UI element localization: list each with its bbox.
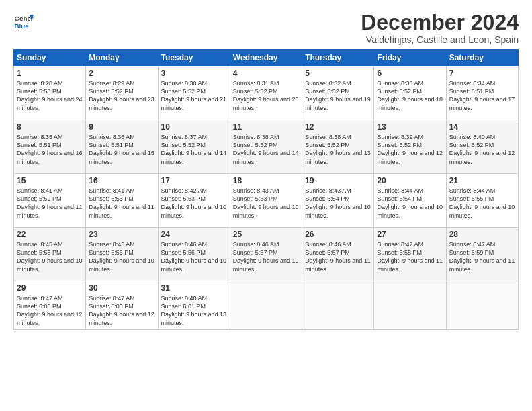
- calendar-table: Sunday Monday Tuesday Wednesday Thursday…: [13, 49, 519, 330]
- svg-text:Blue: Blue: [15, 22, 30, 30]
- table-row: 21Sunrise: 8:44 AMSunset: 5:55 PMDayligh…: [446, 174, 518, 228]
- table-row: 8Sunrise: 8:35 AMSunset: 5:51 PMDaylight…: [14, 120, 86, 174]
- cell-info: Sunrise: 8:32 AMSunset: 5:52 PMDaylight:…: [305, 80, 371, 111]
- table-row: 19Sunrise: 8:43 AMSunset: 5:54 PMDayligh…: [302, 174, 374, 228]
- col-monday: Monday: [86, 50, 158, 66]
- day-number: 14: [449, 122, 515, 132]
- cell-info: Sunrise: 8:46 AMSunset: 5:57 PMDaylight:…: [233, 241, 299, 272]
- day-number: 5: [305, 68, 371, 78]
- cell-info: Sunrise: 8:47 AMSunset: 6:00 PMDaylight:…: [17, 295, 83, 326]
- day-number: 7: [449, 68, 515, 78]
- cell-info: Sunrise: 8:42 AMSunset: 5:53 PMDaylight:…: [161, 187, 227, 218]
- table-row: 1Sunrise: 8:28 AMSunset: 5:53 PMDaylight…: [14, 66, 86, 120]
- day-number: 16: [89, 176, 154, 185]
- table-row: 4Sunrise: 8:31 AMSunset: 5:52 PMDaylight…: [230, 66, 302, 120]
- day-number: 28: [449, 230, 515, 239]
- day-number: 31: [161, 283, 227, 293]
- col-thursday: Thursday: [302, 50, 374, 66]
- col-friday: Friday: [374, 50, 446, 66]
- day-number: 4: [233, 68, 299, 78]
- table-row: 13Sunrise: 8:39 AMSunset: 5:52 PMDayligh…: [374, 120, 446, 174]
- table-row: 27Sunrise: 8:47 AMSunset: 5:58 PMDayligh…: [374, 228, 446, 281]
- table-row: 25Sunrise: 8:46 AMSunset: 5:57 PMDayligh…: [230, 228, 302, 281]
- cell-info: Sunrise: 8:43 AMSunset: 5:53 PMDaylight:…: [233, 187, 299, 218]
- cell-info: Sunrise: 8:34 AMSunset: 5:51 PMDaylight:…: [449, 80, 515, 111]
- day-number: 1: [17, 68, 83, 78]
- day-number: 30: [89, 283, 154, 293]
- table-row: 30Sunrise: 8:47 AMSunset: 6:00 PMDayligh…: [86, 281, 158, 330]
- cell-info: Sunrise: 8:36 AMSunset: 5:51 PMDaylight:…: [89, 134, 154, 165]
- day-number: 22: [17, 230, 83, 239]
- table-row: 11Sunrise: 8:38 AMSunset: 5:52 PMDayligh…: [230, 120, 302, 174]
- table-row: [374, 281, 446, 330]
- cell-info: Sunrise: 8:44 AMSunset: 5:55 PMDaylight:…: [449, 187, 515, 218]
- table-row: 31Sunrise: 8:48 AMSunset: 6:01 PMDayligh…: [158, 281, 230, 330]
- table-row: [446, 281, 518, 330]
- day-number: 29: [17, 283, 83, 293]
- day-number: 2: [89, 68, 154, 78]
- table-row: 26Sunrise: 8:46 AMSunset: 5:57 PMDayligh…: [302, 228, 374, 281]
- table-row: 20Sunrise: 8:44 AMSunset: 5:54 PMDayligh…: [374, 174, 446, 228]
- header: General Blue December 2024 Valdefinjas, …: [13, 11, 519, 45]
- day-number: 27: [377, 230, 443, 239]
- day-number: 10: [161, 122, 227, 132]
- cell-info: Sunrise: 8:35 AMSunset: 5:51 PMDaylight:…: [17, 134, 83, 165]
- day-number: 8: [17, 122, 83, 132]
- table-row: 29Sunrise: 8:47 AMSunset: 6:00 PMDayligh…: [14, 281, 86, 330]
- header-row: Sunday Monday Tuesday Wednesday Thursday…: [14, 50, 519, 66]
- day-number: 11: [233, 122, 299, 132]
- cell-info: Sunrise: 8:47 AMSunset: 5:58 PMDaylight:…: [377, 241, 443, 272]
- cell-info: Sunrise: 8:43 AMSunset: 5:54 PMDaylight:…: [305, 187, 371, 218]
- day-number: 17: [161, 176, 227, 185]
- day-number: 9: [89, 122, 154, 132]
- cell-info: Sunrise: 8:38 AMSunset: 5:52 PMDaylight:…: [305, 134, 371, 165]
- table-row: 23Sunrise: 8:45 AMSunset: 5:56 PMDayligh…: [86, 228, 158, 281]
- cell-info: Sunrise: 8:30 AMSunset: 5:52 PMDaylight:…: [161, 80, 227, 111]
- cell-info: Sunrise: 8:41 AMSunset: 5:53 PMDaylight:…: [89, 187, 154, 218]
- day-number: 23: [89, 230, 154, 239]
- day-number: 3: [161, 68, 227, 78]
- table-row: [302, 281, 374, 330]
- table-row: 28Sunrise: 8:47 AMSunset: 5:59 PMDayligh…: [446, 228, 518, 281]
- table-row: 14Sunrise: 8:40 AMSunset: 5:52 PMDayligh…: [446, 120, 518, 174]
- cell-info: Sunrise: 8:48 AMSunset: 6:01 PMDaylight:…: [161, 295, 227, 326]
- day-number: 26: [305, 230, 371, 239]
- day-number: 21: [449, 176, 515, 185]
- day-number: 18: [233, 176, 299, 185]
- cell-info: Sunrise: 8:33 AMSunset: 5:52 PMDaylight:…: [377, 80, 443, 111]
- day-number: 12: [305, 122, 371, 132]
- table-row: 15Sunrise: 8:41 AMSunset: 5:52 PMDayligh…: [14, 174, 86, 228]
- table-row: 24Sunrise: 8:46 AMSunset: 5:56 PMDayligh…: [158, 228, 230, 281]
- day-number: 19: [305, 176, 371, 185]
- location-title: Valdefinjas, Castille and Leon, Spain: [361, 34, 519, 45]
- table-row: 10Sunrise: 8:37 AMSunset: 5:52 PMDayligh…: [158, 120, 230, 174]
- table-row: 9Sunrise: 8:36 AMSunset: 5:51 PMDaylight…: [86, 120, 158, 174]
- logo-icon: General Blue: [13, 11, 34, 31]
- cell-info: Sunrise: 8:28 AMSunset: 5:53 PMDaylight:…: [17, 80, 83, 111]
- day-number: 15: [17, 176, 83, 185]
- table-row: 16Sunrise: 8:41 AMSunset: 5:53 PMDayligh…: [86, 174, 158, 228]
- table-row: 2Sunrise: 8:29 AMSunset: 5:52 PMDaylight…: [86, 66, 158, 120]
- cell-info: Sunrise: 8:47 AMSunset: 6:00 PMDaylight:…: [89, 295, 154, 326]
- cell-info: Sunrise: 8:44 AMSunset: 5:54 PMDaylight:…: [377, 187, 443, 218]
- cell-info: Sunrise: 8:37 AMSunset: 5:52 PMDaylight:…: [161, 134, 227, 165]
- cell-info: Sunrise: 8:29 AMSunset: 5:52 PMDaylight:…: [89, 80, 154, 111]
- cell-info: Sunrise: 8:46 AMSunset: 5:56 PMDaylight:…: [161, 241, 227, 272]
- cell-info: Sunrise: 8:31 AMSunset: 5:52 PMDaylight:…: [233, 80, 299, 111]
- cell-info: Sunrise: 8:45 AMSunset: 5:56 PMDaylight:…: [89, 241, 154, 272]
- cell-info: Sunrise: 8:47 AMSunset: 5:59 PMDaylight:…: [449, 241, 515, 272]
- table-row: 5Sunrise: 8:32 AMSunset: 5:52 PMDaylight…: [302, 66, 374, 120]
- day-number: 13: [377, 122, 443, 132]
- page-container: General Blue December 2024 Valdefinjas, …: [0, 0, 532, 336]
- cell-info: Sunrise: 8:45 AMSunset: 5:55 PMDaylight:…: [17, 241, 83, 272]
- table-row: [230, 281, 302, 330]
- cell-info: Sunrise: 8:46 AMSunset: 5:57 PMDaylight:…: [305, 241, 371, 272]
- col-sunday: Sunday: [14, 50, 86, 66]
- title-block: December 2024 Valdefinjas, Castille and …: [361, 11, 519, 45]
- table-row: 3Sunrise: 8:30 AMSunset: 5:52 PMDaylight…: [158, 66, 230, 120]
- table-row: 12Sunrise: 8:38 AMSunset: 5:52 PMDayligh…: [302, 120, 374, 174]
- cell-info: Sunrise: 8:41 AMSunset: 5:52 PMDaylight:…: [17, 187, 83, 218]
- cell-info: Sunrise: 8:40 AMSunset: 5:52 PMDaylight:…: [449, 134, 515, 165]
- day-number: 6: [377, 68, 443, 78]
- col-saturday: Saturday: [446, 50, 518, 66]
